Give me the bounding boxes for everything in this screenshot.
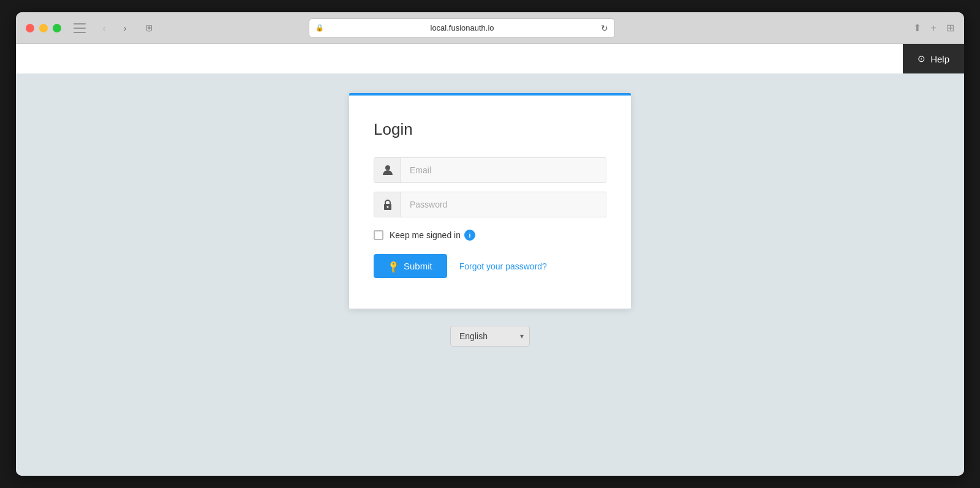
shield-icon: ⛨ (143, 22, 156, 34)
password-input-group (374, 192, 606, 217)
language-selector-wrapper: English Spanish French German ▾ (450, 326, 530, 347)
email-input-group (374, 157, 606, 183)
browser-actions: ⬆ + ⊞ (913, 22, 954, 34)
forward-button[interactable]: › (116, 20, 134, 37)
top-bar: ⊙ Help (16, 44, 964, 73)
browser-titlebar: ‹ › ⛨ 🔒 local.fusionauth.io ↻ ⬆ + ⊞ (16, 12, 964, 44)
content-area: Login (349, 93, 631, 347)
login-title: Login (374, 120, 606, 139)
browser-window: ‹ › ⛨ 🔒 local.fusionauth.io ↻ ⬆ + ⊞ ⊙ He… (16, 12, 964, 476)
nav-controls: ‹ › (96, 20, 134, 37)
language-select-container: English Spanish French German ▾ (450, 326, 530, 347)
new-tab-button[interactable]: + (931, 23, 937, 34)
tabs-button[interactable]: ⊞ (946, 22, 954, 34)
forgot-password-link[interactable]: Forgot your password? (459, 261, 547, 271)
help-label: Help (930, 54, 949, 64)
url-text: local.fusionauth.io (328, 23, 597, 32)
login-card-body: Login (349, 96, 631, 309)
close-button[interactable] (26, 24, 34, 32)
share-button[interactable]: ⬆ (913, 22, 921, 34)
keep-signed-in-checkbox[interactable] (374, 230, 383, 240)
back-button[interactable]: ‹ (96, 20, 113, 37)
lock-icon: 🔒 (315, 24, 324, 32)
password-field[interactable] (401, 192, 606, 217)
minimize-button[interactable] (39, 24, 48, 32)
key-icon: 🔑 (386, 259, 401, 273)
keep-signed-in-label: Keep me signed in i (390, 230, 475, 241)
info-icon[interactable]: i (464, 230, 475, 241)
help-circle-icon: ⊙ (918, 53, 925, 64)
address-bar[interactable]: 🔒 local.fusionauth.io ↻ (309, 18, 615, 38)
svg-point-0 (385, 165, 390, 170)
browser-content: ⊙ Help Login (16, 44, 964, 476)
email-field[interactable] (401, 158, 606, 182)
language-select[interactable]: English Spanish French German (450, 326, 530, 347)
keep-signed-in-row: Keep me signed in i (374, 230, 606, 241)
refresh-button[interactable]: ↻ (601, 23, 608, 33)
traffic-lights (26, 24, 61, 32)
lock-icon (374, 192, 401, 217)
submit-button[interactable]: 🔑 Submit (374, 254, 447, 278)
login-card: Login (349, 93, 631, 309)
maximize-button[interactable] (53, 24, 61, 32)
svg-point-2 (386, 206, 388, 208)
user-icon (374, 158, 401, 182)
help-button[interactable]: ⊙ Help (903, 44, 964, 73)
action-row: 🔑 Submit Forgot your password? (374, 254, 606, 278)
sidebar-toggle[interactable] (74, 23, 86, 33)
